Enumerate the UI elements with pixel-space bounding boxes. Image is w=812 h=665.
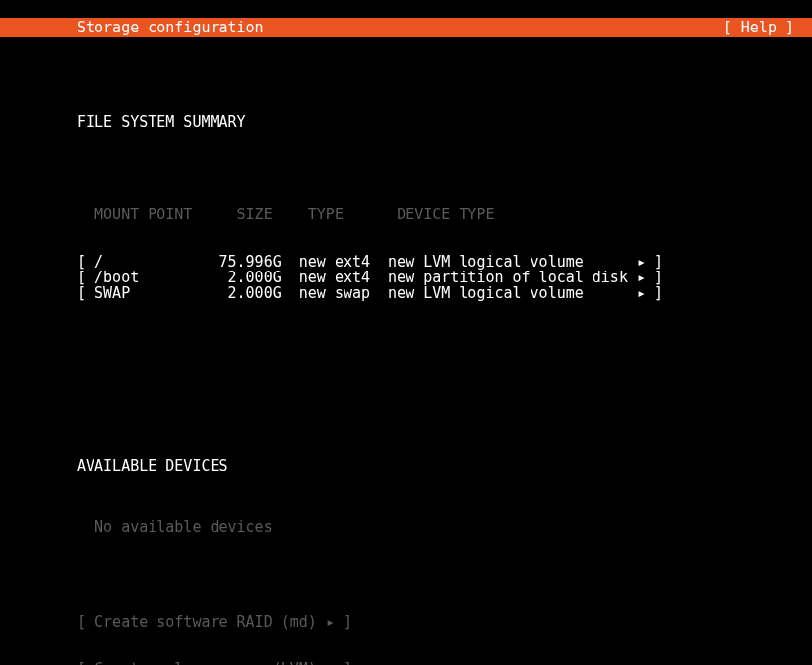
no-available: No available devices [77,519,735,535]
header-bar: Storage configuration [ Help ] [0,18,812,37]
fs-row[interactable]: [ / 75.996G new ext4 new LVM logical vol… [77,254,735,270]
fs-row[interactable]: [ /boot 2.000G new ext4 new partition of… [77,270,735,285]
chevron-right-icon: ▸ [326,613,335,631]
content-area: FILE SYSTEM SUMMARY MOUNT POINT SIZE TYP… [0,37,812,665]
help-button[interactable]: [ Help ] [723,18,794,37]
fs-row[interactable]: [ SWAP 2.000G new swap new LVM logical v… [77,285,735,301]
create-raid[interactable]: [ Create software RAID (md) ▸ ] [77,614,735,630]
fs-summary-title: FILE SYSTEM SUMMARY [77,114,735,130]
create-lvm[interactable]: [ Create volume group (LVM) ▸ ] [77,661,735,665]
page-title: Storage configuration [77,18,264,37]
fs-summary-table: MOUNT POINT SIZE TYPE DEVICE TYPE [ / 75… [77,175,735,332]
chevron-right-icon: ▸ [326,660,335,665]
fs-columns: MOUNT POINT SIZE TYPE DEVICE TYPE [77,207,735,222]
available-title: AVAILABLE DEVICES [77,458,735,474]
